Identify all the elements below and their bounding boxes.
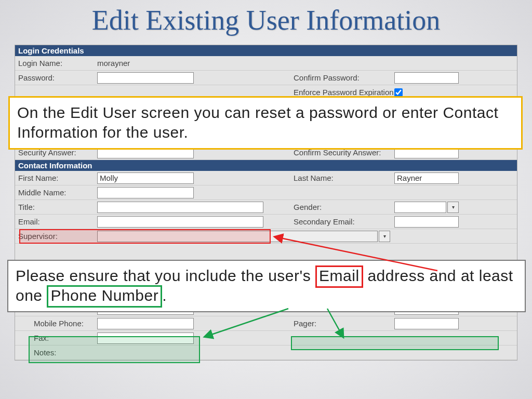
section-login-credentials: Login Credentials: [15, 45, 517, 56]
callout-email-highlight: Email: [315, 265, 363, 288]
password-label: Password:: [15, 73, 97, 82]
confirm-password-input[interactable]: [394, 72, 459, 84]
supervisor-dropdown-icon[interactable]: ▾: [379, 231, 390, 242]
callout-text-c: .: [162, 287, 167, 304]
mobile-phone-input[interactable]: [97, 318, 194, 329]
secondary-email-input[interactable]: [394, 216, 459, 228]
supervisor-label: Supervisor:: [15, 232, 97, 241]
secondary-email-label: Secondary Email:: [290, 217, 394, 226]
first-name-input[interactable]: [97, 172, 194, 184]
fax-input[interactable]: [97, 332, 194, 344]
notes-label: Notes:: [15, 348, 97, 357]
title-label: Title:: [15, 203, 97, 211]
last-name-label: Last Name:: [290, 174, 394, 182]
middle-name-label: Middle Name:: [15, 188, 97, 197]
middle-name-input[interactable]: [97, 187, 194, 198]
gender-label: Gender:: [290, 203, 394, 211]
gender-input[interactable]: [394, 202, 446, 213]
callout-text-a: Please ensure that you include the user'…: [16, 267, 315, 284]
fax-label: Fax:: [15, 334, 97, 342]
first-name-label: First Name:: [15, 174, 97, 182]
edit-user-form: Login Credentials Login Name: morayner P…: [15, 45, 517, 361]
email-input[interactable]: [97, 216, 263, 228]
enforce-expiration-checkbox[interactable]: [394, 88, 403, 97]
login-name-label: Login Name:: [15, 59, 97, 68]
callout-email-phone: Please ensure that you include the user'…: [7, 260, 526, 312]
password-input[interactable]: [97, 72, 194, 84]
gender-dropdown-icon[interactable]: ▾: [447, 202, 459, 213]
last-name-input[interactable]: [394, 172, 459, 184]
pager-label: Pager:: [290, 319, 394, 328]
title-input[interactable]: [97, 202, 263, 213]
email-label: Email:: [15, 217, 97, 226]
section-contact-information: Contact Information: [15, 160, 517, 171]
enforce-expiration-label: Enforce Password Expiration:: [290, 88, 394, 97]
mobile-phone-label: Mobile Phone:: [15, 319, 97, 328]
callout-reset-password: On the Edit User screen you can reset a …: [8, 96, 523, 150]
page-title: Edit Existing User Information: [0, 0, 532, 39]
pager-input[interactable]: [394, 318, 459, 329]
confirm-password-label: Confirm Password:: [290, 73, 394, 82]
callout-phone-highlight: Phone Number: [47, 285, 162, 308]
supervisor-input[interactable]: [97, 231, 378, 242]
login-name-value: morayner: [97, 59, 130, 68]
